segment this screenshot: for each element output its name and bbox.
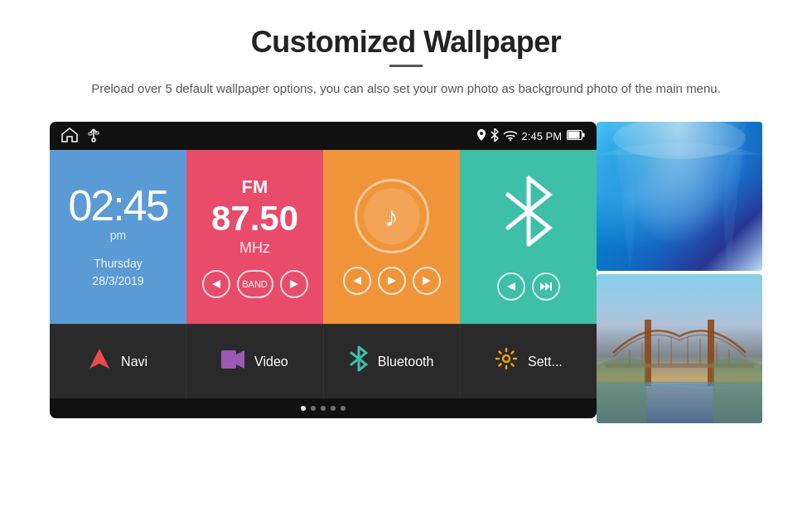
app-row-top: 02:45 pm Thursday 28/3/2019 FM 87.50 MHz bbox=[50, 150, 597, 324]
status-bar-right: 2:45 PM bbox=[477, 128, 585, 144]
svg-point-6 bbox=[480, 132, 483, 135]
clock-day: Thursday bbox=[94, 257, 142, 270]
svg-rect-19 bbox=[550, 282, 552, 291]
svg-point-1 bbox=[92, 138, 95, 142]
bluetooth-bottom-tile[interactable]: Bluetooth bbox=[324, 324, 461, 398]
svg-marker-18 bbox=[545, 282, 550, 291]
dot-2[interactable] bbox=[311, 406, 316, 411]
radio-tile[interactable]: FM 87.50 MHz BAND bbox=[186, 150, 323, 324]
video-icon bbox=[221, 349, 244, 374]
radio-label: FM bbox=[242, 176, 268, 198]
navi-icon bbox=[88, 347, 111, 376]
radio-band-button[interactable]: BAND bbox=[237, 270, 273, 298]
svg-marker-14 bbox=[388, 277, 396, 285]
music-next-button[interactable] bbox=[413, 267, 441, 295]
radio-prev-button[interactable] bbox=[202, 270, 230, 298]
radio-unit: MHz bbox=[239, 239, 270, 257]
bt-prev-button[interactable] bbox=[497, 272, 525, 301]
svg-marker-13 bbox=[353, 277, 361, 285]
navi-label: Navi bbox=[121, 354, 147, 369]
usb-icon bbox=[88, 128, 99, 145]
page-title: Customized Wallpaper bbox=[50, 25, 762, 60]
bottom-row: Navi Video bbox=[50, 324, 597, 398]
dot-4[interactable] bbox=[331, 406, 336, 411]
bluetooth-bottom-label: Bluetooth bbox=[378, 354, 434, 369]
bluetooth-bottom-icon bbox=[350, 345, 368, 378]
pagination-dots bbox=[50, 398, 597, 418]
svg-rect-4 bbox=[89, 133, 92, 135]
svg-rect-9 bbox=[582, 133, 585, 137]
svg-rect-21 bbox=[221, 350, 236, 369]
svg-rect-5 bbox=[95, 132, 99, 134]
page-container: Customized Wallpaper Preload over 5 defa… bbox=[0, 0, 812, 451]
bt-next-track-button[interactable] bbox=[532, 272, 560, 301]
status-bar-left bbox=[61, 128, 99, 145]
radio-frequency: 87.50 bbox=[211, 201, 298, 236]
settings-icon bbox=[495, 347, 518, 376]
svg-point-23 bbox=[503, 355, 510, 362]
clock-date: Thursday 28/3/2019 bbox=[92, 255, 143, 290]
clock-tile[interactable]: 02:45 pm Thursday 28/3/2019 bbox=[50, 150, 186, 324]
bridge-image bbox=[597, 274, 762, 423]
svg-marker-16 bbox=[507, 282, 515, 291]
svg-rect-10 bbox=[568, 131, 580, 138]
settings-label: Sett... bbox=[528, 354, 563, 369]
ice-cave-bg bbox=[597, 122, 762, 271]
home-icon bbox=[61, 128, 78, 145]
title-divider bbox=[389, 65, 423, 67]
bt-controls bbox=[497, 272, 560, 301]
svg-marker-15 bbox=[423, 277, 431, 285]
clock-ampm: pm bbox=[110, 229, 126, 242]
music-tile[interactable]: ♪ bbox=[323, 150, 460, 324]
svg-marker-11 bbox=[212, 280, 220, 288]
video-label: Video bbox=[254, 354, 288, 369]
svg-marker-17 bbox=[540, 282, 545, 291]
status-bar: 2:45 PM bbox=[50, 122, 597, 150]
svg-point-7 bbox=[509, 139, 510, 141]
dot-5[interactable] bbox=[341, 406, 346, 411]
music-play-button[interactable] bbox=[378, 267, 406, 295]
location-icon bbox=[477, 129, 486, 143]
navi-tile[interactable]: Navi bbox=[50, 324, 186, 398]
time-display: 2:45 PM bbox=[522, 130, 562, 142]
radio-controls: BAND bbox=[202, 270, 308, 298]
svg-marker-20 bbox=[89, 349, 109, 369]
music-controls bbox=[343, 267, 441, 295]
ice-cave-image bbox=[597, 122, 762, 271]
music-note-icon: ♪ bbox=[364, 188, 420, 244]
svg-marker-22 bbox=[236, 350, 244, 369]
settings-tile[interactable]: Sett... bbox=[461, 324, 597, 398]
dot-3[interactable] bbox=[321, 406, 326, 411]
dot-1[interactable] bbox=[301, 406, 306, 411]
bluetooth-status-icon bbox=[491, 128, 499, 144]
music-circle: ♪ bbox=[355, 179, 429, 253]
bluetooth-large-icon bbox=[504, 174, 553, 259]
clock-time: 02:45 bbox=[68, 184, 167, 227]
page-subtitle: Preload over 5 default wallpaper options… bbox=[50, 79, 762, 99]
video-tile[interactable]: Video bbox=[186, 324, 323, 398]
bridge-bg bbox=[597, 274, 762, 423]
clock-date-val: 28/3/2019 bbox=[92, 274, 143, 287]
radio-next-button[interactable] bbox=[280, 270, 308, 298]
battery-icon bbox=[567, 130, 585, 142]
music-prev-button[interactable] bbox=[343, 267, 371, 295]
car-screen: 2:45 PM 02:45 pm bbox=[50, 122, 597, 418]
bluetooth-tile[interactable] bbox=[460, 150, 597, 324]
svg-marker-12 bbox=[290, 280, 298, 288]
display-area: 2:45 PM 02:45 pm bbox=[50, 122, 762, 427]
signal-icon bbox=[504, 129, 517, 143]
side-images bbox=[597, 122, 762, 427]
